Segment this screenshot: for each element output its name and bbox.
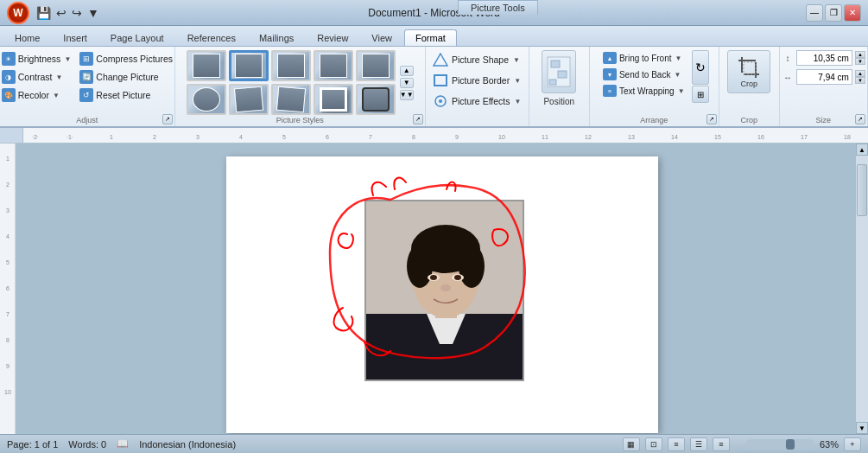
- tab-home[interactable]: Home: [3, 29, 51, 46]
- styles-group-expand[interactable]: ↗: [413, 114, 423, 124]
- arrange-group-expand[interactable]: ↗: [706, 114, 717, 124]
- ribbon-group-picture-options: Picture Shape ▼ Picture Border ▼ Picture…: [426, 47, 529, 126]
- rotate-button[interactable]: ↻: [692, 50, 709, 85]
- scroll-up-arrow[interactable]: ▲: [400, 66, 414, 76]
- recolor-button[interactable]: 🎨 Recolor ▼: [0, 86, 74, 104]
- adjust-group-label: Adjust: [0, 116, 174, 124]
- style-thumb-5[interactable]: [356, 50, 396, 81]
- zoom-in-button[interactable]: +: [844, 437, 861, 451]
- style-thumb-4[interactable]: [314, 50, 353, 81]
- svg-text:2: 2: [153, 134, 156, 140]
- svg-text:12: 12: [585, 134, 592, 140]
- document-area: 1 2 3 4 5 6 7 8 9 10: [0, 144, 868, 434]
- word-count: Words: 0: [68, 439, 106, 450]
- undo-button[interactable]: ↩: [54, 4, 68, 22]
- thumb-row-2: [187, 84, 396, 115]
- bring-to-front-button[interactable]: ▲ Bring to Front ▼: [599, 50, 688, 66]
- full-screen-button[interactable]: ⊡: [645, 437, 662, 451]
- redo-button[interactable]: ↪: [70, 4, 84, 22]
- reset-picture-button[interactable]: ↺ Reset Picture: [76, 86, 176, 104]
- print-layout-button[interactable]: ▦: [623, 437, 640, 451]
- zoom-slider[interactable]: [745, 439, 814, 450]
- width-spin-down[interactable]: ▼: [855, 77, 865, 84]
- photo-svg: [366, 201, 524, 381]
- change-picture-button[interactable]: 🔄 Change Picture: [76, 68, 176, 86]
- save-button[interactable]: 💾: [35, 4, 53, 22]
- position-content: Position: [542, 50, 576, 118]
- adjust-group-expand[interactable]: ↗: [162, 114, 173, 124]
- height-spin-up[interactable]: ▲: [855, 51, 865, 58]
- customize-qab-button[interactable]: ▼: [86, 4, 101, 22]
- height-icon: ↕: [782, 52, 794, 64]
- tab-view[interactable]: View: [360, 29, 403, 46]
- scroll-more-arrow[interactable]: ▼▼: [400, 90, 414, 100]
- style-thumb-1[interactable]: [187, 50, 226, 81]
- arrange-right-buttons: ↻ ⊞: [692, 50, 709, 103]
- svg-text:·2·: ·2·: [32, 134, 39, 140]
- svg-text:2: 2: [6, 182, 10, 188]
- svg-text:11: 11: [542, 134, 548, 140]
- scroll-down-arrow[interactable]: ▼: [400, 78, 414, 88]
- spell-check-icon[interactable]: 📖: [117, 438, 129, 450]
- contrast-button[interactable]: ◑ Contrast ▼: [0, 68, 74, 86]
- scroll-down-button[interactable]: ▼: [856, 422, 868, 434]
- picture-effects-button[interactable]: Picture Effects ▼: [428, 92, 526, 111]
- height-spin-down[interactable]: ▼: [855, 58, 865, 65]
- width-input[interactable]: [796, 69, 852, 85]
- align-button[interactable]: ⊞: [692, 86, 709, 103]
- style-thumb-2[interactable]: [229, 50, 269, 81]
- tab-mailings[interactable]: Mailings: [248, 29, 305, 46]
- tab-review[interactable]: Review: [306, 29, 359, 46]
- ruler-corner: [0, 128, 23, 144]
- position-button[interactable]: [542, 50, 576, 93]
- tab-format[interactable]: Format: [404, 29, 457, 46]
- language-status[interactable]: Indonesian (Indonesia): [139, 439, 236, 450]
- thumb-row-1: [187, 50, 396, 81]
- document-scroll-area[interactable]: ▲ ▼: [16, 144, 868, 434]
- maximize-button[interactable]: ❐: [825, 4, 842, 22]
- svg-text:3: 3: [196, 134, 200, 140]
- width-spin-up[interactable]: ▲: [855, 70, 865, 77]
- svg-text:16: 16: [757, 134, 764, 140]
- close-button[interactable]: ✕: [844, 4, 861, 22]
- crop-button[interactable]: Format Crop: [727, 50, 770, 93]
- tab-page-layout[interactable]: Page Layout: [99, 29, 175, 46]
- svg-rect-5: [551, 61, 560, 67]
- style-scroll-arrows: ▲ ▼ ▼▼: [400, 66, 414, 100]
- svg-text:15: 15: [714, 134, 721, 140]
- scroll-up-button[interactable]: ▲: [856, 144, 868, 156]
- scroll-track[interactable]: [856, 156, 868, 422]
- draft-button[interactable]: ≡: [713, 437, 730, 451]
- style-thumb-6[interactable]: [187, 84, 226, 115]
- office-button[interactable]: W: [7, 2, 29, 24]
- picture-border-button[interactable]: Picture Border ▼: [428, 71, 526, 90]
- style-thumb-7[interactable]: [229, 84, 269, 115]
- svg-text:8: 8: [6, 337, 10, 343]
- compress-pictures-button[interactable]: ⊞ Compress Pictures: [76, 50, 176, 67]
- size-group-expand[interactable]: ↗: [855, 114, 865, 124]
- tab-references[interactable]: References: [176, 29, 247, 46]
- send-to-back-button[interactable]: ▼ Send to Back ▼: [599, 67, 688, 82]
- svg-text:18: 18: [844, 134, 851, 140]
- style-thumb-10[interactable]: [356, 84, 396, 115]
- style-thumb-8[interactable]: [271, 84, 311, 115]
- vertical-scrollbar: ▲ ▼: [856, 144, 868, 434]
- brightness-button[interactable]: ☀ Brightness ▼: [0, 50, 74, 67]
- minimize-button[interactable]: —: [806, 4, 823, 22]
- reset-picture-icon: ↺: [79, 88, 93, 102]
- text-wrapping-button[interactable]: ≡ Text Wrapping ▼: [599, 83, 688, 99]
- height-input[interactable]: [796, 50, 852, 66]
- web-layout-button[interactable]: ≡: [668, 437, 685, 451]
- style-thumb-9[interactable]: [314, 84, 353, 115]
- adjust-primary-buttons: ☀ Brightness ▼ ◑ Contrast ▼ 🎨 Recolor ▼: [0, 50, 74, 104]
- tab-insert[interactable]: Insert: [52, 29, 98, 46]
- photo-container[interactable]: [364, 200, 524, 381]
- window-controls: — ❐ ✕: [806, 4, 861, 22]
- style-thumb-3[interactable]: [271, 50, 311, 81]
- zoom-thumb[interactable]: [786, 439, 795, 450]
- svg-rect-7: [549, 80, 556, 85]
- picture-shape-button[interactable]: Picture Shape ▼: [428, 50, 526, 69]
- svg-text:4: 4: [6, 233, 10, 239]
- scroll-thumb[interactable]: [857, 164, 867, 216]
- outline-button[interactable]: ☰: [690, 437, 707, 451]
